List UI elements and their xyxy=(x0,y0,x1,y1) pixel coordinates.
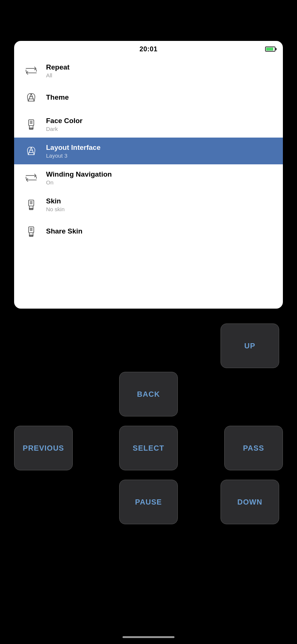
menu-item-theme[interactable]: Theme xyxy=(14,84,283,111)
menu-item-face-color[interactable]: Face ColorDark xyxy=(14,111,283,138)
settings-modal: 20:01 RepeatAll Theme xyxy=(14,41,283,309)
menu-item-title: Share Skin xyxy=(46,227,82,235)
menu-item-share-skin[interactable]: Share Skin xyxy=(14,218,283,245)
down-button[interactable]: DOWN xyxy=(221,480,279,524)
menu-item-title: Face Color xyxy=(46,117,82,125)
menu-item-subtitle: Dark xyxy=(46,126,82,132)
menu-text: SkinNo skin xyxy=(46,197,65,212)
menu-text: Winding NavigationOn xyxy=(46,170,112,186)
battery-fill xyxy=(266,48,273,51)
pause-button[interactable]: PAUSE xyxy=(119,480,178,524)
brush-icon xyxy=(23,196,39,213)
menu-item-title: Layout Interface xyxy=(46,144,101,152)
menu-item-subtitle: All xyxy=(46,72,69,78)
settings-menu: RepeatAll Theme Face ColorDark xyxy=(14,57,283,245)
svg-rect-11 xyxy=(29,200,34,206)
select-button[interactable]: SELECT xyxy=(119,426,178,470)
brush-icon xyxy=(23,116,39,132)
repeat-icon xyxy=(23,62,39,79)
up-button[interactable]: UP xyxy=(221,323,279,368)
pass-button[interactable]: PASS xyxy=(224,426,283,470)
menu-item-title: Repeat xyxy=(46,63,69,71)
svg-rect-3 xyxy=(29,120,34,126)
theme-icon xyxy=(23,143,39,159)
battery-indicator xyxy=(265,46,275,52)
menu-item-title: Theme xyxy=(46,93,69,102)
battery-icon xyxy=(265,46,275,52)
menu-item-layout-interface[interactable]: Layout InterfaceLayout 3 xyxy=(14,138,283,164)
status-time: 20:01 xyxy=(140,45,158,53)
menu-item-repeat[interactable]: RepeatAll xyxy=(14,57,283,84)
menu-item-winding-navigation[interactable]: Winding NavigationOn xyxy=(14,164,283,191)
menu-text: Theme xyxy=(46,93,69,102)
menu-item-subtitle: Layout 3 xyxy=(46,152,101,159)
menu-item-skin[interactable]: SkinNo skin xyxy=(14,191,283,218)
menu-item-title: Winding Navigation xyxy=(46,170,112,178)
menu-item-subtitle: On xyxy=(46,179,112,186)
menu-item-subtitle: No skin xyxy=(46,206,65,212)
previous-button[interactable]: PREVIOUS xyxy=(14,426,73,470)
back-button[interactable]: BACK xyxy=(119,372,178,416)
home-indicator xyxy=(123,636,174,638)
brush-icon xyxy=(23,223,39,239)
menu-text: Share Skin xyxy=(46,227,82,235)
repeat-icon xyxy=(23,170,39,186)
menu-text: RepeatAll xyxy=(46,63,69,78)
menu-text: Face ColorDark xyxy=(46,117,82,132)
menu-item-title: Skin xyxy=(46,197,65,205)
theme-icon xyxy=(23,89,39,106)
status-bar: 20:01 xyxy=(14,41,283,57)
svg-rect-16 xyxy=(29,227,34,233)
controller-area: UP BACK PREVIOUS SELECT PASS PAUSE DOWN xyxy=(14,323,283,628)
menu-text: Layout InterfaceLayout 3 xyxy=(46,144,101,159)
